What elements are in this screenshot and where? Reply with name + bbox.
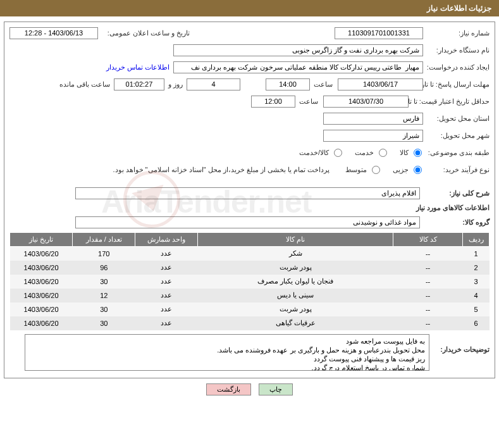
th-date: تاریخ نیاز [10, 233, 73, 247]
back-button[interactable]: بازگشت [206, 383, 251, 395]
table-row: 2--پودر شربتعدد961403/06/20 [10, 261, 490, 275]
label-announce-dt: تاریخ و ساعت اعلان عمومی: [98, 29, 190, 37]
table-cell-name: سینی یا دیس [198, 289, 393, 302]
field-remaining-time[interactable] [114, 78, 164, 90]
table-cell-n: 5 [463, 302, 490, 316]
radio-service-label: خدمت [355, 149, 374, 157]
label-hour-2: ساعت [299, 97, 318, 106]
label-hours-remaining: ساعت باقی مانده [59, 80, 110, 89]
table-row: 4--سینی یا دیسعدد121403/06/20 [10, 289, 490, 302]
th-qty: تعداد / مقدار [73, 233, 135, 247]
label-city: شهر محل تحویل: [423, 132, 490, 140]
radio-minor-label: جزیی [393, 166, 409, 174]
th-name: نام کالا [198, 233, 393, 247]
radio-minor[interactable] [414, 166, 422, 174]
table-cell-unit: عدد [135, 261, 198, 275]
table-cell-code: -- [393, 316, 462, 330]
label-quote-valid: حداقل تاریخ اعتبار قیمت: تا تاریخ: [409, 98, 490, 105]
field-buyer-org[interactable] [173, 44, 423, 56]
field-city[interactable] [323, 130, 423, 142]
label-province: استان محل تحویل: [423, 115, 490, 123]
table-cell-date: 1403/06/20 [10, 302, 73, 316]
table-cell-n: 2 [463, 261, 490, 275]
print-button[interactable]: چاپ [259, 383, 293, 395]
table-cell-unit: عدد [135, 247, 198, 261]
header-title: جزئیات اطلاعات نیاز [427, 4, 491, 13]
buyer-notes-box[interactable]: به فایل پیوست مراجعه شودمحل تحویل بندرعب… [25, 334, 429, 371]
buyer-note-line: به فایل پیوست مراجعه شود [29, 337, 425, 345]
label-goods-group: گروه کالا: [420, 218, 490, 227]
table-cell-n: 3 [463, 275, 490, 289]
table-header-row: ردیف کد کالا نام کالا واحد شمارش تعداد /… [10, 233, 490, 247]
radio-medium-label: متوسط [345, 166, 367, 174]
label-summary: شرح کلی نیاز: [420, 189, 490, 197]
label-buyer-org: نام دستگاه خریدار: [423, 46, 490, 54]
table-row: 5--پودر شربتعدد301403/06/20 [10, 302, 490, 316]
label-buyer-notes: توضیحات خریدار: [429, 334, 490, 354]
table-cell-name: شکر [198, 247, 393, 261]
table-cell-code: -- [393, 302, 462, 316]
table-cell-code: -- [393, 275, 462, 289]
label-hour-1: ساعت [314, 80, 333, 89]
field-reply-date[interactable] [338, 78, 423, 90]
goods-table: ردیف کد کالا نام کالا واحد شمارش تعداد /… [9, 232, 490, 330]
buyer-note-line: ریز قیمت ها و پیشنهاد فنی پیوست گردد [29, 354, 425, 363]
field-summary[interactable] [75, 187, 420, 199]
treasury-note: پرداخت تمام یا بخشی از مبلغ خرید،از محل … [113, 166, 330, 174]
buyer-note-line: محل تحویل بندرعباس و هزینه حمل و بارگیری… [29, 345, 425, 354]
table-cell-qty: 96 [73, 261, 135, 275]
label-purchase-type: نوع فرآیند خرید: [423, 166, 490, 174]
table-cell-name: فنجان یا لیوان یکبار مصرف [198, 275, 393, 289]
table-cell-qty: 170 [73, 247, 135, 261]
buyer-note-line: شماره تماس در پاسخ استعلام درج گردد. [29, 363, 425, 371]
table-cell-unit: عدد [135, 302, 198, 316]
radio-goods-label: کالا [400, 149, 409, 157]
th-row: ردیف [463, 233, 490, 247]
section-goods-info: اطلاعات کالاهای مورد نیاز [9, 204, 490, 212]
radio-goods-service-label: کالا/خدمت [299, 149, 329, 157]
table-cell-name: پودر شربت [198, 261, 393, 275]
th-code: کد کالا [393, 233, 462, 247]
th-unit: واحد شمارش [135, 233, 198, 247]
form-container: شماره نیاز: تاریخ و ساعت اعلان عمومی: نا… [4, 22, 495, 378]
table-cell-n: 4 [463, 289, 490, 302]
table-cell-qty: 12 [73, 289, 135, 302]
table-cell-unit: عدد [135, 316, 198, 330]
field-reply-hour[interactable] [266, 78, 310, 90]
field-quote-hour[interactable] [251, 96, 295, 108]
table-cell-unit: عدد [135, 289, 198, 302]
label-classification: طبقه بندی موضوعی: [423, 149, 490, 157]
field-announce-dt[interactable] [9, 27, 98, 39]
table-cell-name: پودر شربت [198, 302, 393, 316]
field-province[interactable] [323, 113, 423, 125]
page-header: جزئیات اطلاعات نیاز [0, 0, 499, 16]
field-remaining-days[interactable] [187, 78, 240, 90]
radio-goods[interactable] [414, 149, 422, 157]
field-requester[interactable] [173, 61, 423, 73]
label-reply-deadline: مهلت ارسال پاسخ: تا تاریخ: [423, 81, 490, 88]
table-cell-n: 6 [463, 316, 490, 330]
table-cell-qty: 30 [73, 302, 135, 316]
table-cell-date: 1403/06/20 [10, 289, 73, 302]
table-cell-n: 1 [463, 247, 490, 261]
radio-goods-service[interactable] [334, 149, 342, 157]
table-cell-unit: عدد [135, 275, 198, 289]
field-need-no[interactable] [335, 27, 423, 39]
table-cell-date: 1403/06/20 [10, 261, 73, 275]
radio-service[interactable] [379, 149, 387, 157]
label-need-no: شماره نیاز: [423, 29, 490, 37]
field-goods-group[interactable] [75, 216, 420, 228]
table-row: 1--شکرعدد1701403/06/20 [10, 247, 490, 261]
table-cell-date: 1403/06/20 [10, 316, 73, 330]
radio-medium[interactable] [372, 166, 380, 174]
table-cell-qty: 30 [73, 275, 135, 289]
table-row: 6--عرقیات گیاهیعدد301403/06/20 [10, 316, 490, 330]
label-requester: ایجاد کننده درخواست: [423, 63, 490, 72]
field-quote-date[interactable] [323, 96, 409, 108]
table-row: 3--فنجان یا لیوان یکبار مصرفعدد301403/06… [10, 275, 490, 289]
table-cell-code: -- [393, 289, 462, 302]
link-buyer-contact[interactable]: اطلاعات تماس خریدار [106, 63, 169, 72]
label-days-and: روز و [168, 80, 183, 89]
table-cell-code: -- [393, 247, 462, 261]
table-cell-qty: 30 [73, 316, 135, 330]
